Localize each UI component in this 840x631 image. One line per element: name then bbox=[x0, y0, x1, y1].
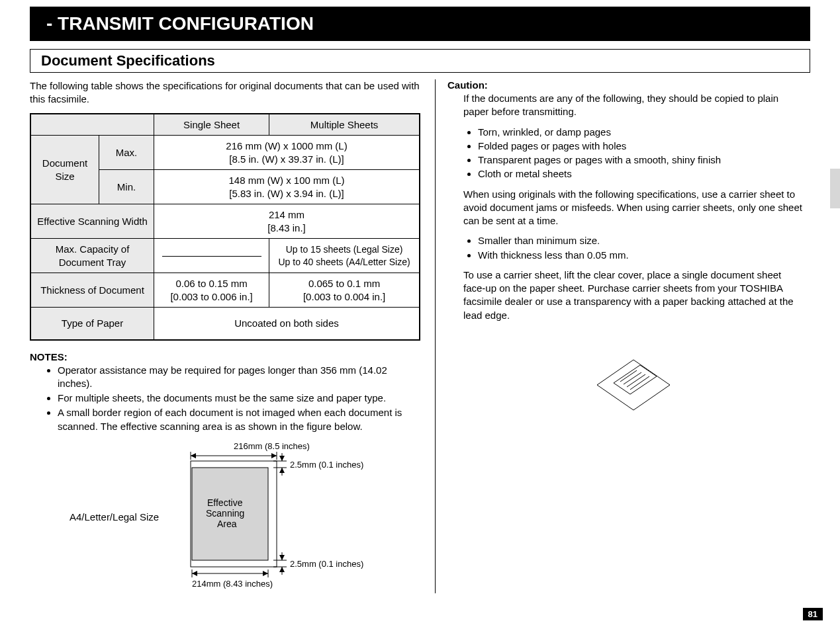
row-min: Min. bbox=[99, 170, 154, 204]
fig-area-l1: Effective bbox=[207, 497, 243, 508]
section-heading: Document Specifications bbox=[30, 49, 810, 73]
page-number-value: 81 bbox=[808, 609, 817, 619]
cell-eff-scan: 214 mm [8.43 in.] bbox=[154, 204, 420, 239]
note-item: Operator assistance may be required for … bbox=[58, 364, 420, 391]
caution-list1: Torn, wrinkled, or damp pages Folded pag… bbox=[463, 126, 804, 181]
right-column: Caution: If the documents are any of the… bbox=[447, 79, 810, 593]
spec-table: Single Sheet Multiple Sheets Document Si… bbox=[30, 113, 420, 341]
thickness-single-line2: [0.003 to 0.006 in.] bbox=[170, 291, 252, 302]
carrier-sheet-illustration bbox=[463, 349, 804, 425]
note-item: For multiple sheets, the documents must … bbox=[58, 392, 420, 405]
svg-marker-12 bbox=[279, 468, 285, 473]
cell-min-size: 148 mm (W) x 100 mm (L) [5.83 in. (W) x … bbox=[154, 170, 420, 204]
cell-thickness-multi: 0.065 to 0.1 mm [0.003 to 0.004 in.] bbox=[269, 273, 420, 308]
eff-scan-line2: [8.43 in.] bbox=[267, 222, 306, 233]
row-thickness: Thickness of Document bbox=[30, 273, 154, 308]
max-line1: 216 mm (W) x 1000 mm (L) bbox=[226, 140, 347, 151]
min-line1: 148 mm (W) x 100 mm (L) bbox=[228, 175, 344, 186]
capacity-multi-line1: Up to 15 sheets (Legal Size) bbox=[286, 244, 403, 255]
capacity-multi-line2: Up to 40 sheets (A4/Letter Size) bbox=[278, 257, 410, 267]
row-paper-type: Type of Paper bbox=[30, 308, 154, 340]
fig-bottom-dim: 214mm (8.43 inches) bbox=[192, 579, 273, 589]
side-tab bbox=[830, 169, 840, 208]
caution-list1-item: Torn, wrinkled, or damp pages bbox=[478, 126, 804, 139]
eff-scan-line1: 214 mm bbox=[269, 209, 304, 220]
carrier-sheet-icon bbox=[581, 349, 686, 421]
fig-margin-bottom: 2.5mm (0.1 inches) bbox=[290, 559, 363, 569]
fig-area-l2: Scanning bbox=[206, 508, 244, 519]
svg-marker-16 bbox=[279, 555, 285, 560]
thickness-multi-line1: 0.065 to 0.1 mm bbox=[308, 278, 380, 289]
column-divider bbox=[435, 79, 436, 593]
col-header-single: Single Sheet bbox=[154, 114, 269, 136]
caution-list2-item: Smaller than minimum size. bbox=[478, 234, 804, 247]
chapter-banner-text: - TRANSMIT CONFIGURATION bbox=[46, 13, 314, 34]
thickness-multi-line2: [0.003 to 0.004 in.] bbox=[303, 291, 385, 302]
caution-p3: To use a carrier sheet, lift the clear c… bbox=[463, 269, 804, 322]
fig-top-dim: 216mm (8.5 inches) bbox=[234, 441, 310, 451]
svg-marker-20 bbox=[192, 571, 197, 576]
row-capacity: Max. Capacity of Document Tray bbox=[30, 239, 154, 273]
fig-area-l3: Area bbox=[217, 519, 237, 529]
cell-capacity-multi: Up to 15 sheets (Legal Size) Up to 40 sh… bbox=[269, 239, 420, 273]
notes-list: Operator assistance may be required for … bbox=[30, 364, 420, 433]
min-line2: [5.83 in. (W) x 3.94 in. (L)] bbox=[229, 188, 344, 199]
left-column: The following table shows the specificat… bbox=[30, 79, 435, 593]
note-item: A small border region of each document i… bbox=[58, 406, 420, 433]
svg-marker-21 bbox=[263, 571, 268, 576]
caution-list2-item: With thickness less than 0.05 mm. bbox=[478, 249, 804, 262]
section-heading-text: Document Specifications bbox=[41, 52, 215, 69]
intro-text: The following table shows the specificat… bbox=[30, 79, 420, 106]
svg-marker-2 bbox=[271, 453, 277, 458]
caution-list1-item: Folded pages or pages with holes bbox=[478, 140, 804, 153]
figure-side-label: A4/Letter/Legal Size bbox=[70, 511, 159, 523]
caution-heading: Caution: bbox=[447, 79, 804, 91]
row-max: Max. bbox=[99, 136, 154, 170]
row-eff-scan: Effective Scanning Width bbox=[30, 204, 154, 239]
caution-list1-item: Cloth or metal sheets bbox=[478, 167, 804, 181]
col-header-multiple: Multiple Sheets bbox=[269, 114, 420, 136]
caution-block: If the documents are any of the followin… bbox=[447, 92, 804, 425]
notes-heading: NOTES: bbox=[30, 351, 420, 362]
cell-thickness-single: 0.06 to 0.15 mm [0.003 to 0.006 in.] bbox=[154, 273, 269, 308]
cell-max-size: 216 mm (W) x 1000 mm (L) [8.5 in. (W) x … bbox=[154, 136, 420, 170]
svg-marker-10 bbox=[279, 456, 285, 461]
caution-p2: When using originals with the following … bbox=[463, 188, 804, 228]
caution-p1: If the documents are any of the followin… bbox=[463, 92, 804, 119]
chapter-banner: - TRANSMIT CONFIGURATION bbox=[30, 7, 810, 41]
max-line2: [8.5 in. (W) x 39.37 in. (L)] bbox=[229, 153, 344, 165]
svg-marker-18 bbox=[279, 567, 285, 572]
page-number: 81 bbox=[803, 608, 823, 620]
table-corner bbox=[30, 114, 154, 136]
caution-list2: Smaller than minimum size. With thicknes… bbox=[463, 234, 804, 262]
svg-marker-1 bbox=[191, 453, 196, 458]
page-content: - TRANSMIT CONFIGURATION Document Specif… bbox=[0, 0, 825, 593]
thickness-single-line1: 0.06 to 0.15 mm bbox=[175, 278, 247, 289]
cell-paper-type: Uncoated on both sides bbox=[154, 308, 420, 340]
row-doc-size: Document Size bbox=[30, 136, 99, 204]
scanning-area-figure: A4/Letter/Legal Size 216mm (8.5 inches) … bbox=[30, 441, 420, 593]
fig-margin-top: 2.5mm (0.1 inches) bbox=[290, 460, 363, 470]
cell-capacity-single bbox=[154, 239, 269, 273]
scanning-area-diagram: 216mm (8.5 inches) Effective Scanning Ar… bbox=[171, 441, 369, 593]
caution-list1-item: Transparent pages or pages with a smooth… bbox=[478, 153, 804, 167]
